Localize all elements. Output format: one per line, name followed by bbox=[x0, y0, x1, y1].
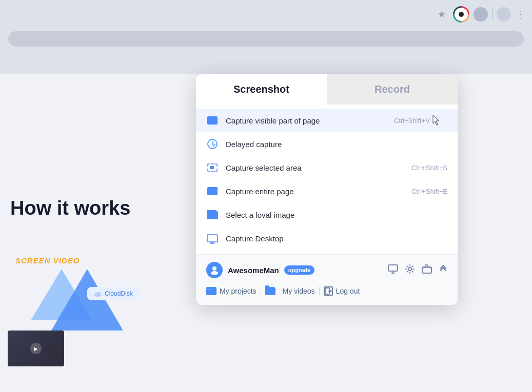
footer-links-row: My projects My videos Log out bbox=[206, 284, 447, 298]
upload-icon[interactable] bbox=[422, 264, 432, 276]
delayed-capture-item[interactable]: Delayed capture bbox=[196, 132, 458, 156]
svg-point-7 bbox=[211, 271, 218, 275]
svg-point-2 bbox=[459, 12, 464, 17]
select-local-label: Select a loval image bbox=[226, 211, 440, 219]
capture-selected-item[interactable]: Capture selected area Ctrl+Shift+S bbox=[196, 156, 458, 179]
settings-icon[interactable] bbox=[405, 264, 415, 276]
username-label: AwesomeMan bbox=[228, 266, 279, 275]
my-videos-link[interactable]: My videos bbox=[265, 285, 315, 297]
capture-visible-shortcut: Ctrl+Shift+V bbox=[394, 117, 430, 125]
divider bbox=[492, 8, 492, 20]
logout-link[interactable]: Log out bbox=[324, 284, 360, 298]
popup-menu: Capture visible part of page Ctrl+Shift+… bbox=[196, 105, 458, 255]
popup-tabs: Screenshot Record bbox=[196, 74, 458, 105]
tab-screenshot[interactable]: Screenshot bbox=[196, 74, 327, 105]
svg-point-6 bbox=[212, 266, 216, 271]
entire-page-icon bbox=[206, 185, 219, 197]
browser-chrome: ★ ⋮ bbox=[0, 0, 532, 74]
capture-visible-icon bbox=[206, 114, 219, 127]
mini-screen-preview: ▶ bbox=[8, 331, 64, 366]
footer-user-row: AwesomeMan upgrade bbox=[206, 262, 447, 278]
local-image-icon bbox=[206, 209, 219, 221]
my-projects-link[interactable]: My projects bbox=[206, 285, 257, 297]
monitor-icon[interactable] bbox=[388, 264, 398, 276]
browser-top-bar: ★ ⋮ bbox=[0, 0, 532, 28]
footer-action-icons bbox=[388, 264, 447, 276]
screen-video-label: SCREEN VIDEO bbox=[15, 256, 80, 265]
capture-area-icon bbox=[206, 161, 219, 174]
capture-entire-shortcut: Ctrl+Shift+E bbox=[411, 188, 447, 195]
my-projects-label: My projects bbox=[220, 287, 257, 295]
svg-rect-15 bbox=[209, 287, 211, 289]
user-avatar-1[interactable] bbox=[474, 7, 488, 22]
select-local-item[interactable]: Select a loval image bbox=[196, 203, 458, 226]
logout-icon bbox=[324, 286, 333, 296]
svg-point-11 bbox=[408, 267, 411, 271]
desktop-icon bbox=[206, 232, 219, 244]
projects-icon bbox=[206, 287, 216, 295]
how-it-works-heading: How it works bbox=[10, 197, 130, 219]
svg-rect-14 bbox=[207, 289, 211, 290]
capture-entire-label: Capture entire page bbox=[226, 187, 404, 196]
expand-icon[interactable] bbox=[439, 265, 447, 276]
cloud-disk-label: CloudDisk bbox=[87, 287, 139, 300]
capture-selected-label: Capture selected area bbox=[226, 163, 404, 172]
tab-record[interactable]: Record bbox=[327, 74, 458, 105]
capture-visible-item[interactable]: Capture visible part of page Ctrl+Shift+… bbox=[196, 109, 458, 132]
my-videos-label: My videos bbox=[283, 287, 315, 295]
capture-entire-item[interactable]: Capture entire page Ctrl+Shift+E bbox=[196, 179, 458, 203]
capture-desktop-item[interactable]: Capture Desktop bbox=[196, 226, 458, 250]
capture-visible-label: Capture visible part of page bbox=[226, 116, 387, 125]
capture-desktop-label: Capture Desktop bbox=[226, 234, 440, 243]
url-input[interactable] bbox=[8, 31, 524, 47]
footer-divider-2 bbox=[319, 287, 320, 295]
videos-folder-icon bbox=[265, 287, 275, 295]
popup-footer: AwesomeMan upgrade bbox=[196, 255, 458, 305]
capture-selected-shortcut: Ctrl+Shift+S bbox=[411, 164, 447, 172]
user-avatar-icon bbox=[206, 262, 223, 278]
play-button-icon: ▶ bbox=[30, 343, 42, 354]
upgrade-badge[interactable]: upgrade bbox=[284, 265, 314, 275]
popup-dropdown: Screenshot Record Capture visible part o… bbox=[196, 74, 458, 305]
svg-rect-8 bbox=[388, 265, 398, 271]
bookmark-button[interactable]: ★ bbox=[435, 7, 449, 22]
address-bar bbox=[0, 28, 532, 50]
more-options-button[interactable]: ⋮ bbox=[515, 8, 526, 20]
screenpresso-extension-icon[interactable] bbox=[453, 6, 469, 23]
footer-divider-1 bbox=[261, 287, 261, 295]
delayed-capture-label: Delayed capture bbox=[226, 140, 440, 149]
cloud-disk-text: CloudDisk bbox=[105, 290, 133, 297]
user-avatar-2[interactable] bbox=[497, 7, 511, 22]
svg-point-5 bbox=[96, 292, 101, 296]
logout-label: Log out bbox=[336, 287, 360, 295]
mini-screen-inner: ▶ bbox=[8, 331, 64, 366]
delayed-icon bbox=[206, 138, 219, 150]
